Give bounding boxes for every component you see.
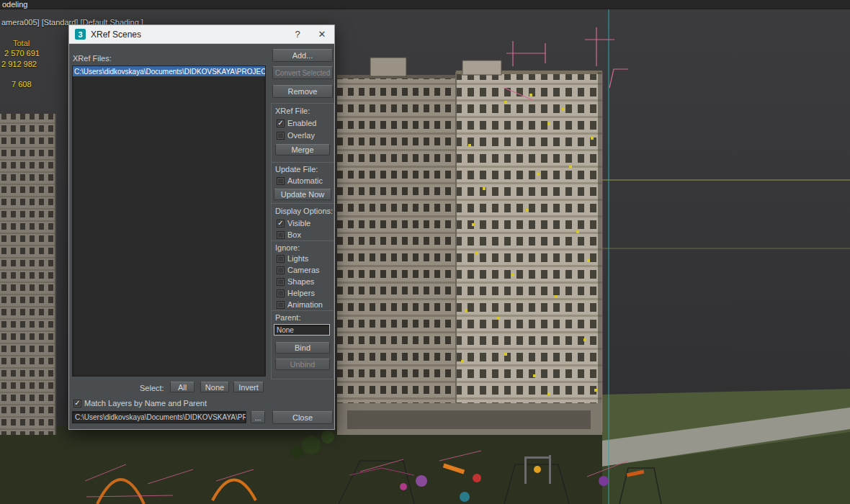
checkbox-label: Box [287, 230, 301, 239]
lights-checkbox[interactable]: Lights [277, 254, 308, 263]
select-none-button[interactable]: None [200, 382, 229, 392]
merge-button[interactable]: Merge [275, 144, 330, 156]
add-button[interactable]: Add... [272, 49, 333, 62]
parent-field[interactable]: None [274, 324, 330, 336]
update-file-group-label: Update File: [275, 165, 318, 174]
checkbox-label: Overlay [287, 131, 315, 140]
dialog-title: XRef Scenes [91, 30, 285, 40]
browse-button[interactable]: ... [251, 411, 265, 423]
enabled-checkbox[interactable]: Enabled [277, 119, 316, 127]
shapes-checkbox[interactable]: Shapes [277, 277, 314, 286]
convert-selected-button: Convert Selected [272, 66, 333, 79]
divider [272, 203, 334, 204]
checkbox-box [277, 301, 285, 309]
stats-line2: 2 912 982 [1, 60, 37, 68]
xref-files-label: XRef Files: [73, 54, 112, 63]
helpers-checkbox[interactable]: Helpers [277, 289, 315, 297]
checkbox-box [277, 177, 285, 185]
match-layers-checkbox[interactable]: Match Layers by Name and Parent [73, 399, 207, 408]
checkbox-box [277, 231, 285, 239]
checkbox-box [277, 132, 285, 140]
stats-line3: 7 608 [12, 80, 32, 89]
select-label: Select: [140, 384, 164, 392]
checkbox-label: Visible [287, 219, 310, 228]
xref-file-list[interactable]: C:\Users\didkovskaya\Documents\DIDKOVSKA… [72, 66, 266, 377]
checkbox-box [277, 289, 285, 297]
checkbox-label: Animation [287, 300, 323, 309]
divider [272, 240, 334, 241]
stats-line1: 2 570 691 [4, 49, 40, 58]
path-field[interactable]: C:\Users\didkovskaya\Documents\DIDKOVSKA… [72, 411, 246, 423]
checkbox-box [277, 255, 285, 263]
ribbon-tab-modeling[interactable]: odeling [0, 0, 850, 9]
dialog-titlebar[interactable]: 3 XRef Scenes ? ✕ [69, 25, 334, 44]
animation-checkbox[interactable]: Animation [277, 300, 323, 309]
parent-group-label: Parent: [275, 313, 300, 322]
divider [272, 310, 334, 311]
unbind-button: Unbind [275, 359, 330, 370]
cameras-checkbox[interactable]: Cameras [277, 266, 320, 274]
app-icon: 3 [75, 29, 86, 40]
main-tower [337, 58, 602, 435]
remove-button[interactable]: Remove [272, 85, 333, 98]
close-button[interactable]: Close [272, 411, 333, 424]
checkbox-label: Lights [287, 254, 308, 263]
list-item-selected[interactable]: C:\Users\didkovskaya\Documents\DIDKOVSKA… [73, 66, 265, 76]
help-icon[interactable]: ? [285, 25, 310, 44]
checkbox-label: Match Layers by Name and Parent [84, 399, 207, 408]
checkbox-box [277, 120, 285, 127]
checkbox-label: Automatic [287, 176, 323, 185]
overlay-checkbox[interactable]: Overlay [277, 131, 315, 140]
bind-button[interactable]: Bind [275, 342, 330, 354]
visible-checkbox[interactable]: Visible [277, 219, 310, 228]
checkbox-label: Helpers [287, 289, 315, 297]
checkbox-box [73, 400, 81, 408]
ignore-group-label: Ignore: [275, 243, 300, 252]
left-building [0, 114, 56, 435]
checkbox-label: Enabled [287, 119, 316, 127]
update-now-button[interactable]: Update Now [274, 189, 331, 200]
checkbox-label: Cameras [287, 266, 320, 274]
display-options-group-label: Display Options: [275, 207, 333, 215]
xref-scenes-dialog: 3 XRef Scenes ? ✕ XRef Files: C:\Users\d… [68, 24, 335, 430]
box-checkbox[interactable]: Box [277, 230, 301, 239]
checkbox-label: Shapes [287, 277, 314, 286]
checkbox-box [277, 220, 285, 228]
automatic-checkbox[interactable]: Automatic [277, 176, 323, 185]
checkbox-box [277, 266, 285, 274]
xref-file-group-label: XRef File: [275, 107, 310, 115]
select-all-button[interactable]: All [170, 382, 194, 392]
select-invert-button[interactable]: Invert [233, 382, 264, 392]
stats-total-label: Total [13, 39, 30, 48]
divider [272, 162, 334, 163]
close-icon[interactable]: ✕ [310, 25, 334, 44]
checkbox-box [277, 278, 285, 286]
